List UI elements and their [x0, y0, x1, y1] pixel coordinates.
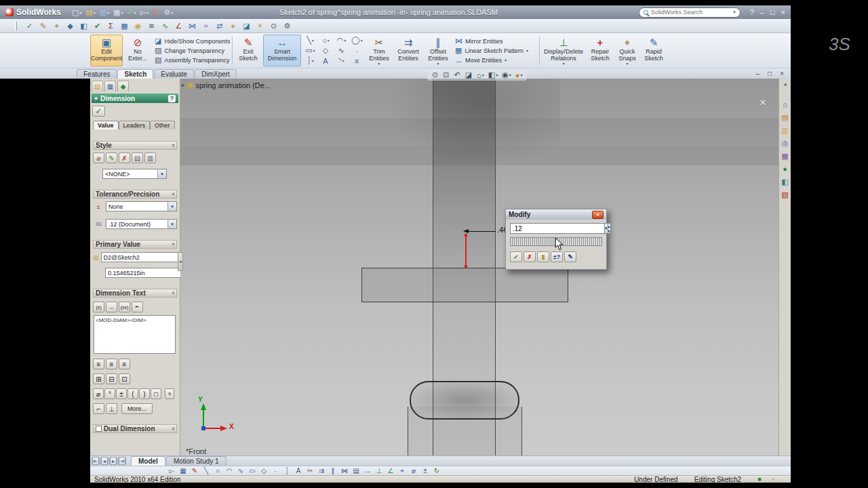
search-icon[interactable]: ◎	[780, 138, 791, 148]
tab-leaders[interactable]: Leaders	[119, 121, 151, 129]
dimension-text-area[interactable]: <MOD-DIAM><DIM>	[94, 315, 176, 354]
trim-icon[interactable]: ✂	[304, 466, 315, 475]
task-pane-collapse-icon[interactable]: ◂	[783, 81, 786, 87]
view-palette-icon[interactable]: ▦	[780, 150, 791, 161]
tab-other[interactable]: Other	[150, 121, 175, 129]
rebuild-icon[interactable]: ↻	[151, 7, 161, 18]
more-symbols-chevron[interactable]: ∨	[165, 388, 174, 399]
degree-symbol-button[interactable]: °	[104, 388, 115, 399]
tree-expander-icon[interactable]: ▸	[182, 82, 184, 88]
delete-favorite-icon[interactable]: ✗	[119, 152, 130, 163]
check-entity-icon[interactable]: ✔	[91, 20, 104, 32]
step-back-icon[interactable]: ◂	[100, 457, 108, 465]
offset-icon[interactable]: ∥	[328, 466, 338, 475]
rapid-sketch-button[interactable]: ✎ Rapid Sketch	[641, 35, 667, 66]
camera-icon[interactable]: ⊙	[267, 20, 280, 32]
polygon-icon[interactable]: ◇	[258, 466, 269, 475]
linear-pattern-icon[interactable]: ▤	[351, 466, 361, 475]
configurationmanager-tab-icon[interactable]: ▦	[104, 81, 116, 92]
edit-component-button[interactable]: ▣ Edit Component	[90, 35, 123, 66]
view-settings-icon[interactable]: ⚙	[281, 20, 294, 32]
plus-minus-symbol-button[interactable]: ±	[116, 388, 127, 399]
dimension-name-field[interactable]	[101, 252, 186, 262]
draft-analysis-icon[interactable]: ∠	[172, 20, 185, 32]
statistics-icon[interactable]: ▦	[118, 20, 131, 32]
print-icon[interactable]: ▦▾	[112, 7, 124, 18]
toolbar-grip[interactable]	[15, 22, 17, 30]
quick-tips-icon[interactable]: ■	[757, 476, 761, 483]
hide-show-components-button[interactable]: ◪ Hide/Show Components	[153, 37, 230, 45]
scenes-icon[interactable]: ◧	[780, 176, 791, 187]
undo-icon[interactable]: ↶▾	[125, 7, 137, 18]
select-icon[interactable]: ▻▾	[139, 7, 150, 18]
section-tolerance-precision[interactable]: Tolerance/Precision «	[93, 190, 177, 199]
sketch-endpoint[interactable]	[465, 234, 467, 237]
document-close-button[interactable]: ×	[780, 70, 784, 77]
compare-documents-icon[interactable]: ⇄	[213, 20, 226, 32]
jump-to-start-icon[interactable]: ⇤	[92, 457, 100, 465]
section-view-icon[interactable]: ◪	[465, 70, 473, 79]
mark-dimension-button[interactable]: ±?	[551, 251, 563, 262]
grid-icon[interactable]: ▦	[178, 466, 189, 475]
line-tool-icon[interactable]: ╲▾	[302, 35, 318, 45]
model-slot[interactable]	[410, 381, 519, 420]
panel-splitter-handle[interactable]: ◂	[178, 252, 183, 271]
fit-tight-button[interactable]: ⊞	[93, 373, 104, 384]
tree-root-label[interactable]: spring animation (De...	[195, 81, 271, 89]
circle-icon[interactable]: ○	[212, 466, 223, 475]
measure-icon[interactable]: ⌖	[50, 20, 63, 32]
display-delete-relations-button[interactable]: ⊥ Display/Delete Relations ▾	[542, 35, 585, 66]
document-restore-button[interactable]: □	[768, 70, 772, 77]
search-input[interactable]	[651, 9, 730, 16]
ok-button[interactable]: ✓	[510, 251, 522, 262]
search-box[interactable]: ▾	[639, 7, 741, 18]
symmetry-check-icon[interactable]: ⋈	[186, 20, 199, 32]
fit-loose-button[interactable]: ⊡	[119, 373, 130, 384]
arc-tool-icon[interactable]: ◠▾	[334, 35, 349, 45]
add-favorite-icon[interactable]: ✎	[106, 152, 117, 163]
precision-dropdown[interactable]: .12 (Document) ▾	[106, 219, 177, 229]
justify-right-button[interactable]: ≡	[119, 359, 130, 369]
tolerance-dropdown[interactable]: None ▾	[106, 201, 177, 211]
diameter-symbol-button[interactable]: ⌀	[93, 388, 104, 399]
tab-evaluate[interactable]: Evaluate	[154, 69, 194, 79]
move-entities-button[interactable]: ↔ Move Entities ▾	[453, 56, 537, 64]
point-icon[interactable]: ∙	[270, 466, 281, 475]
fit-normal-button[interactable]: ⊟	[106, 373, 117, 384]
display-style-icon[interactable]: ◧▾	[488, 70, 498, 79]
diameter-dimension-icon[interactable]: ⌀	[408, 466, 419, 475]
sketch-endpoint[interactable]	[465, 265, 467, 268]
dim-parentheses-button[interactable]: (xx)	[119, 302, 130, 312]
polygon-tool-icon[interactable]: ◇	[318, 45, 334, 56]
file-explorer-icon[interactable]: ▥	[780, 125, 791, 136]
view-orientation-icon[interactable]: ⌂▾	[477, 71, 484, 79]
chevron-down-icon[interactable]: ▾	[157, 169, 166, 178]
spin-up-icon[interactable]: ▴	[608, 224, 610, 228]
mass-properties-icon[interactable]: ◆	[64, 20, 77, 32]
maximize-button[interactable]: □	[770, 8, 775, 16]
edit-appearance-icon[interactable]: ●	[226, 20, 239, 32]
mirror-icon[interactable]: ⋈	[339, 466, 350, 475]
tags-icon[interactable]: ◔	[771, 476, 774, 483]
convert-entities-icon[interactable]: ⇉	[316, 466, 327, 475]
quick-snaps-button[interactable]: ⌖ Quick Snaps ▾	[615, 35, 639, 66]
hide-show-items-icon[interactable]: ◉▾	[502, 70, 511, 79]
offset-dimension-button[interactable]: ⊥	[106, 403, 117, 414]
step-forward-icon[interactable]: ⇥	[118, 457, 126, 465]
previous-view-icon[interactable]: ↶	[454, 70, 460, 79]
plus-minus-icon[interactable]: ±	[420, 466, 431, 475]
linear-sketch-pattern-button[interactable]: ▦ Linear Sketch Pattern ▾	[453, 46, 537, 55]
ellipse-tool-icon[interactable]: ◯▾	[349, 35, 365, 45]
rectangle-icon[interactable]: ▭	[247, 466, 258, 475]
more-button[interactable]: More...	[121, 403, 153, 414]
graphics-viewport[interactable]: ▸ ▣ spring animation (De... .46 Y X *Fro…	[180, 79, 778, 455]
select-tool-icon[interactable]: ▻	[166, 466, 177, 475]
close-icon[interactable]: ×	[592, 211, 604, 219]
chevron-down-icon[interactable]: ▾	[167, 202, 176, 211]
document-minimize-button[interactable]: –	[756, 70, 760, 77]
spell-checker-icon[interactable]: ✓	[23, 20, 36, 32]
spline-icon[interactable]: ∿	[235, 466, 246, 475]
help-button[interactable]: ?	[750, 8, 754, 16]
point-tool-icon[interactable]: ∙	[349, 45, 365, 56]
solidworks-resources-icon[interactable]: ⌂	[780, 99, 791, 110]
